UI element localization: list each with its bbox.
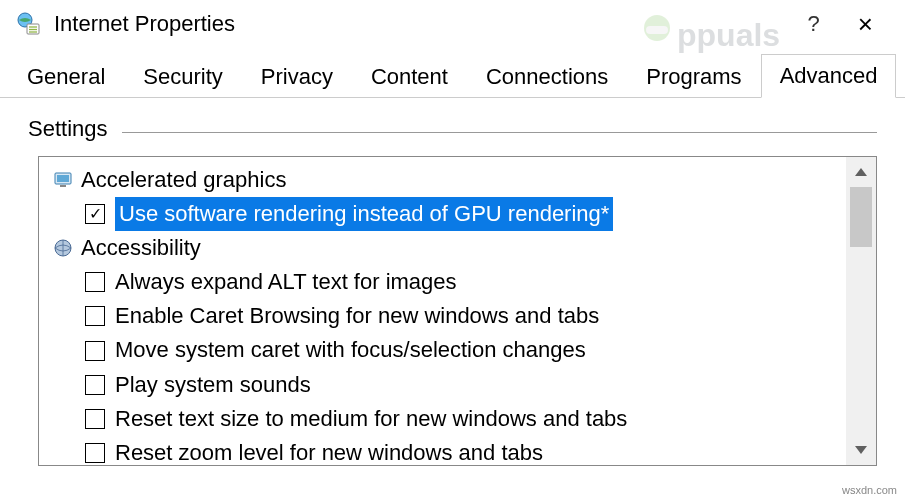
checkbox[interactable]	[85, 443, 105, 463]
svg-rect-10	[60, 185, 66, 187]
globe-icon	[53, 238, 73, 258]
tab-strip: General Security Privacy Content Connect…	[0, 50, 905, 98]
option-alt-text[interactable]: Always expand ALT text for images	[47, 265, 842, 299]
svg-rect-9	[57, 175, 69, 182]
checkbox-checked[interactable]: ✓	[85, 204, 105, 224]
option-label: Play system sounds	[115, 368, 311, 402]
option-label: Move system caret with focus/selection c…	[115, 333, 586, 367]
monitor-icon	[53, 170, 73, 190]
group-title: Settings	[28, 116, 108, 142]
tab-general[interactable]: General	[8, 55, 124, 98]
option-label: Enable Caret Browsing for new windows an…	[115, 299, 599, 333]
tab-content[interactable]: Content	[352, 55, 467, 98]
scroll-down-arrow[interactable]	[846, 435, 876, 465]
internet-options-icon	[16, 11, 42, 37]
category-label: Accelerated graphics	[81, 163, 286, 197]
category-label: Accessibility	[81, 231, 201, 265]
tab-connections[interactable]: Connections	[467, 55, 627, 98]
option-software-rendering[interactable]: ✓ Use software rendering instead of GPU …	[47, 197, 842, 231]
tab-security[interactable]: Security	[124, 55, 241, 98]
option-caret-browsing[interactable]: Enable Caret Browsing for new windows an…	[47, 299, 842, 333]
tab-advanced[interactable]: Advanced	[761, 54, 897, 98]
help-button[interactable]: ?	[808, 11, 820, 37]
option-system-caret[interactable]: Move system caret with focus/selection c…	[47, 333, 842, 367]
close-button[interactable]: ×	[848, 7, 883, 41]
attribution-text: wsxdn.com	[842, 484, 897, 496]
option-label: Use software rendering instead of GPU re…	[115, 197, 613, 231]
checkbox[interactable]	[85, 341, 105, 361]
option-reset-text-size[interactable]: Reset text size to medium for new window…	[47, 402, 842, 436]
scroll-up-arrow[interactable]	[846, 157, 876, 187]
option-reset-zoom[interactable]: Reset zoom level for new windows and tab…	[47, 436, 842, 465]
settings-tree[interactable]: Accelerated graphics ✓ Use software rend…	[39, 157, 846, 465]
window-title: Internet Properties	[54, 11, 808, 37]
option-label: Reset text size to medium for new window…	[115, 402, 627, 436]
checkbox[interactable]	[85, 375, 105, 395]
divider	[122, 132, 878, 133]
checkbox[interactable]	[85, 306, 105, 326]
option-system-sounds[interactable]: Play system sounds	[47, 368, 842, 402]
checkbox[interactable]	[85, 272, 105, 292]
checkbox[interactable]	[85, 409, 105, 429]
scrollbar[interactable]	[846, 157, 876, 465]
category-accessibility[interactable]: Accessibility	[47, 231, 842, 265]
option-label: Reset zoom level for new windows and tab…	[115, 436, 543, 465]
scroll-thumb[interactable]	[850, 187, 872, 247]
tab-programs[interactable]: Programs	[627, 55, 760, 98]
tab-privacy[interactable]: Privacy	[242, 55, 352, 98]
scroll-track[interactable]	[846, 187, 876, 435]
option-label: Always expand ALT text for images	[115, 265, 457, 299]
category-accelerated-graphics[interactable]: Accelerated graphics	[47, 163, 842, 197]
